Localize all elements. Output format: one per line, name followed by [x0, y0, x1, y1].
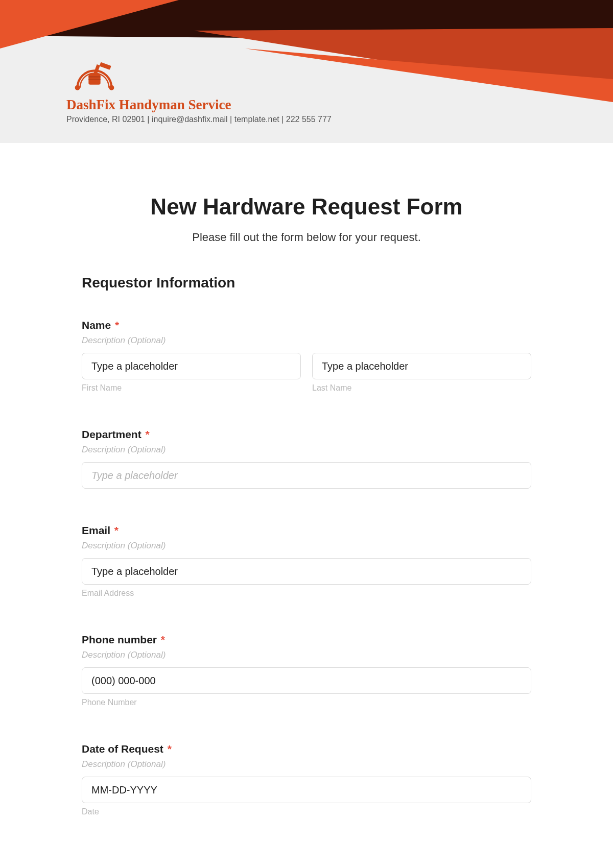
department-input[interactable] — [82, 462, 531, 489]
page-subtitle: Please fill out the form below for your … — [82, 231, 531, 244]
email-sublabel: Email Address — [82, 589, 531, 598]
name-label-text: Name — [82, 319, 111, 331]
field-phone: Phone number * Description (Optional) Ph… — [82, 634, 531, 707]
required-asterisk: * — [164, 743, 172, 755]
phone-label: Phone number * — [82, 634, 531, 646]
department-label: Department * — [82, 428, 531, 441]
date-input[interactable] — [82, 777, 531, 803]
department-description: Description (Optional) — [82, 445, 531, 455]
email-description: Description (Optional) — [82, 541, 531, 551]
phone-label-text: Phone number — [82, 634, 157, 645]
brand-block: DashFix Handyman Service Providence, RI … — [66, 54, 332, 124]
svg-point-4 — [75, 85, 80, 90]
email-input[interactable] — [82, 558, 531, 585]
department-label-text: Department — [82, 428, 142, 440]
required-asterisk: * — [112, 319, 119, 331]
page-title: New Hardware Request Form — [82, 194, 531, 220]
email-label: Email * — [82, 524, 531, 537]
date-description: Description (Optional) — [82, 759, 531, 769]
form-container: New Hardware Request Form Please fill ou… — [61, 143, 552, 837]
brand-name: DashFix Handyman Service — [66, 97, 332, 113]
field-department: Department * Description (Optional) — [82, 428, 531, 489]
phone-sublabel: Phone Number — [82, 698, 531, 707]
phone-input[interactable] — [82, 667, 531, 694]
required-asterisk: * — [143, 428, 150, 440]
date-label: Date of Request * — [82, 743, 531, 755]
svg-rect-7 — [88, 76, 100, 78]
svg-rect-10 — [100, 62, 111, 70]
field-email: Email * Description (Optional) Email Add… — [82, 524, 531, 598]
phone-description: Description (Optional) — [82, 650, 531, 660]
name-description: Description (Optional) — [82, 335, 531, 346]
date-sublabel: Date — [82, 807, 531, 816]
email-label-text: Email — [82, 524, 110, 536]
first-name-input[interactable] — [82, 353, 301, 379]
header-banner: DashFix Handyman Service Providence, RI … — [0, 0, 613, 143]
section-requestor-info: Requestor Information — [82, 275, 531, 291]
name-label: Name * — [82, 319, 531, 331]
brand-subline: Providence, RI 02901 | inquire@dashfix.m… — [66, 115, 332, 124]
field-name: Name * Description (Optional) First Name… — [82, 319, 531, 393]
last-name-sublabel: Last Name — [312, 383, 531, 393]
required-asterisk: * — [111, 524, 119, 536]
field-date: Date of Request * Description (Optional)… — [82, 743, 531, 816]
svg-point-5 — [109, 85, 114, 90]
hammer-fist-icon — [66, 54, 123, 92]
date-label-text: Date of Request — [82, 743, 163, 755]
brand-logo — [66, 54, 123, 92]
last-name-input[interactable] — [312, 353, 531, 379]
svg-marker-1 — [0, 0, 179, 49]
first-name-sublabel: First Name — [82, 383, 301, 393]
svg-rect-8 — [88, 79, 100, 80]
required-asterisk: * — [158, 634, 165, 645]
